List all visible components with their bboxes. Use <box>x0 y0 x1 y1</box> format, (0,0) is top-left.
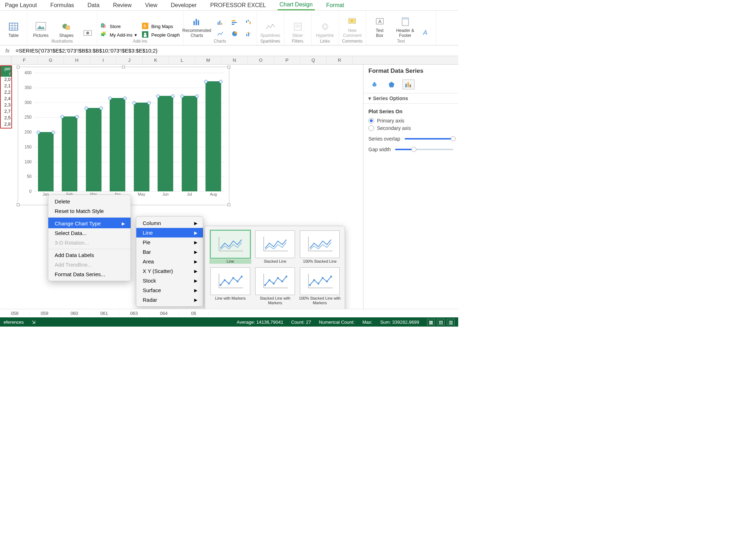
sheet-tab[interactable]: 064 <box>149 311 179 316</box>
menu-item-reset-to-match-style[interactable]: Reset to Match Style <box>48 206 131 216</box>
sparklines-button[interactable]: Sparklines <box>259 20 282 39</box>
pane-tab-effects[interactable] <box>385 80 398 89</box>
cell[interactable]: 2,3 <box>1 102 11 109</box>
submenu-item-bar[interactable]: Bar▶ <box>136 247 203 257</box>
gallery-item-line-with-markers[interactable]: Line with Markers <box>209 267 251 305</box>
screenshot-button[interactable] <box>81 26 95 39</box>
submenu-item-line[interactable]: Line▶ <box>136 228 203 237</box>
primary-axis-radio[interactable]: Primary axis <box>368 118 453 124</box>
gallery-item-line[interactable]: Line <box>209 230 251 264</box>
tab-professor-excel[interactable]: PROFESSOR EXCEL <box>208 1 268 10</box>
cell[interactable]: 2,2 <box>1 89 11 96</box>
col-header[interactable]: K <box>143 56 169 64</box>
col-header[interactable]: G <box>38 56 64 64</box>
people-graph-button[interactable]: People Graph <box>141 31 181 39</box>
col-header[interactable]: Q <box>300 56 327 64</box>
sheet-tab[interactable]: 061 <box>89 311 119 316</box>
chart-bar[interactable] <box>86 108 102 191</box>
col-header[interactable]: F <box>11 56 38 64</box>
cell[interactable]: 2,5 <box>1 115 11 121</box>
pie-chart-icon[interactable] <box>229 29 240 39</box>
menu-item-delete[interactable]: Delete <box>48 197 131 206</box>
tab-view[interactable]: View <box>143 1 159 10</box>
chart-bar[interactable] <box>182 96 197 191</box>
gallery-item-stacked-line[interactable]: Stacked Line <box>254 230 296 264</box>
tab-page-layout[interactable]: Page Layout <box>3 1 39 10</box>
pane-section-header[interactable]: ▾Series Options <box>363 93 458 103</box>
sheet-tab[interactable]: 059 <box>30 311 60 316</box>
wordart-button[interactable]: A <box>420 26 434 39</box>
tab-format[interactable]: Format <box>324 1 346 10</box>
shapes-button[interactable]: Shapes <box>55 20 78 39</box>
combo-chart-icon[interactable] <box>243 29 254 39</box>
bar-chart-icon[interactable] <box>215 17 226 27</box>
waterfall-icon[interactable] <box>243 17 254 27</box>
bing-maps-button[interactable]: bBing Maps <box>141 22 181 30</box>
chart-bar[interactable] <box>110 98 125 191</box>
tab-formulas[interactable]: Formulas <box>48 1 76 10</box>
fx-label[interactable]: fx <box>2 48 13 54</box>
tab-data[interactable]: Data <box>86 1 102 10</box>
gallery-item-stacked-line-with-markers[interactable]: Stacked Line with Markers <box>254 267 296 305</box>
sheet-tab[interactable]: 06 <box>179 311 209 316</box>
tab-review[interactable]: Review <box>111 1 133 10</box>
store-button[interactable]: 🛍️Store <box>99 22 138 30</box>
col-header[interactable]: H <box>64 56 90 64</box>
my-addins-button[interactable]: 🧩My Add-ins▾ <box>99 31 138 39</box>
page-break-icon[interactable]: ▥ <box>447 319 455 325</box>
menu-item-select-data-[interactable]: Select Data... <box>48 228 131 238</box>
sheet-tab[interactable]: 058 <box>0 311 30 316</box>
submenu-item-radar[interactable]: Radar▶ <box>136 295 203 305</box>
line-chart-icon[interactable] <box>215 29 226 39</box>
col-header[interactable]: P <box>274 56 300 64</box>
col-header[interactable]: J <box>116 56 143 64</box>
worksheet[interactable]: per r 2,0 2,1 2,2 2,4 2,3 2,7 2,5 2,8 05… <box>0 65 363 309</box>
cell[interactable]: 2,1 <box>1 83 11 89</box>
new-comment-button[interactable]: +New Comment <box>341 15 364 39</box>
pane-tab-series-options[interactable] <box>402 80 415 89</box>
submenu-item-stock[interactable]: Stock▶ <box>136 276 203 285</box>
view-switcher[interactable]: ▦ ▤ ▥ <box>427 319 455 325</box>
chart-bar[interactable] <box>158 96 173 191</box>
pictures-button[interactable]: Pictures <box>29 20 52 39</box>
header-footer-button[interactable]: Header & Footer <box>394 15 417 39</box>
col-header[interactable]: N <box>221 56 248 64</box>
gap-width-slider[interactable]: Gap width <box>368 147 453 152</box>
hbar-chart-icon[interactable] <box>229 17 240 27</box>
formula-input[interactable]: =SERIES('073'!$E$2;'073'!$B$3:$B$10;'073… <box>13 47 458 54</box>
submenu-item-column[interactable]: Column▶ <box>136 218 203 228</box>
sheet-tab[interactable]: 063 <box>119 311 149 316</box>
menu-item-format-data-series-[interactable]: Format Data Series... <box>48 269 131 279</box>
chart-type-gallery[interactable] <box>215 17 254 39</box>
col-header[interactable]: I <box>90 56 116 64</box>
menu-item-add-data-labels[interactable]: Add Data Labels <box>48 249 131 260</box>
recommended-charts-button[interactable]: Recommended Charts <box>186 15 208 39</box>
slicer-button[interactable]: Slicer <box>286 20 309 39</box>
series-overlap-slider[interactable]: Series overlap <box>368 136 453 142</box>
col-header[interactable]: M <box>195 56 221 64</box>
gallery-item-100-stacked-line-with-markers[interactable]: 100% Stacked Line with Markers <box>299 267 341 305</box>
normal-view-icon[interactable]: ▦ <box>427 319 435 325</box>
chart-plot-area[interactable]: 050100150200250300350400 <box>34 73 225 191</box>
col-header[interactable]: R <box>327 56 353 64</box>
hyperlink-button[interactable]: Hyperlink <box>314 20 336 39</box>
accessibility-icon[interactable]: ⇲ <box>32 319 35 325</box>
tab-chart-design[interactable]: Chart Design <box>278 0 315 10</box>
selected-cells[interactable]: per r 2,0 2,1 2,2 2,4 2,3 2,7 2,5 2,8 <box>0 65 12 129</box>
cell[interactable]: 2,8 <box>1 121 11 128</box>
gallery-item-100-stacked-line[interactable]: 100% Stacked Line <box>299 230 341 264</box>
submenu-item-surface[interactable]: Surface▶ <box>136 285 203 295</box>
menu-item-change-chart-type[interactable]: Change Chart Type▶ <box>48 217 131 228</box>
page-layout-icon[interactable]: ▤ <box>437 319 445 325</box>
secondary-axis-radio[interactable]: Secondary axis <box>368 125 453 131</box>
text-box-button[interactable]: AText Box <box>368 15 391 39</box>
sheet-tab[interactable]: 060 <box>60 311 89 316</box>
cell[interactable]: 2,0 <box>1 77 11 83</box>
cell[interactable]: 2,7 <box>1 109 11 115</box>
chart-bar[interactable] <box>134 103 149 192</box>
chart-bar[interactable] <box>206 81 221 191</box>
pane-tab-fill[interactable] <box>368 80 380 89</box>
submenu-item-x-y-scatter-[interactable]: X Y (Scatter)▶ <box>136 266 203 276</box>
col-header[interactable]: L <box>169 56 195 64</box>
chart-bar[interactable] <box>62 116 77 191</box>
